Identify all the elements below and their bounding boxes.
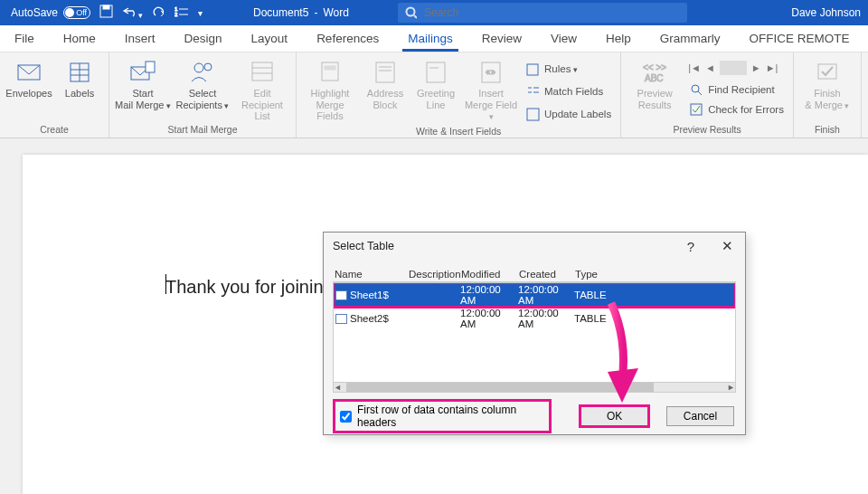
- search-input[interactable]: [424, 6, 680, 19]
- svg-rect-17: [252, 62, 272, 81]
- sheet-icon: [335, 290, 347, 300]
- next-record-icon[interactable]: ►: [751, 62, 761, 73]
- table-row[interactable]: Sheet2$12:00:00 AM12:00:00 AMTABLE: [334, 307, 735, 330]
- numbering-icon[interactable]: 12: [175, 5, 189, 21]
- find-icon: [690, 83, 703, 97]
- record-nav[interactable]: |◄◄►►|: [686, 56, 788, 80]
- tab-design[interactable]: Design: [179, 27, 228, 52]
- tab-view[interactable]: View: [545, 27, 582, 52]
- start-mail-merge-button[interactable]: StartMail Merge: [115, 56, 171, 110]
- qat-more-icon[interactable]: ▾: [198, 8, 203, 18]
- svg-rect-30: [527, 109, 539, 120]
- svg-text:<< >>: << >>: [643, 62, 666, 72]
- select-recipients-button[interactable]: SelectRecipients: [175, 56, 231, 110]
- finish-merge-button: Finish& Merge: [799, 56, 855, 110]
- label-icon: [65, 59, 94, 84]
- svg-point-33: [692, 85, 699, 92]
- column-header[interactable]: Name: [335, 269, 409, 280]
- group-label: Preview Results: [621, 122, 793, 138]
- address-block-button: AddressBlock: [362, 56, 409, 110]
- svg-line-34: [698, 91, 702, 95]
- greeting-icon: [421, 59, 450, 84]
- svg-point-16: [204, 63, 212, 71]
- scroll-thumb[interactable]: [346, 383, 654, 392]
- tab-references[interactable]: References: [311, 27, 384, 52]
- column-header[interactable]: Description: [409, 269, 461, 280]
- svg-text:«»: «»: [486, 67, 496, 77]
- redo-icon[interactable]: [152, 5, 165, 21]
- autosave-toggle[interactable]: AutoSave Off: [11, 6, 90, 19]
- ribbon-tabs: FileHomeInsertDesignLayoutReferencesMail…: [0, 25, 868, 52]
- undo-icon[interactable]: ▾: [122, 5, 143, 21]
- svg-point-6: [407, 8, 415, 16]
- text-cursor: [165, 274, 166, 294]
- check-for-errors-button[interactable]: Check for Errors: [686, 100, 788, 119]
- envelopes-button[interactable]: Envelopes: [5, 56, 52, 100]
- address-icon: [371, 59, 400, 84]
- svg-point-15: [194, 63, 203, 72]
- column-header[interactable]: Type: [575, 269, 620, 280]
- first-record-icon[interactable]: |◄: [688, 62, 701, 73]
- svg-rect-22: [376, 62, 394, 82]
- svg-line-7: [414, 15, 417, 18]
- update-labels-button[interactable]: Update Labels: [523, 104, 615, 124]
- labels-button[interactable]: Labels: [56, 56, 103, 100]
- last-record-icon[interactable]: ►|: [766, 62, 778, 73]
- user-name[interactable]: Dave Johnson: [791, 6, 861, 19]
- highlight-merge-fields-button: HighlightMerge Fields: [302, 56, 358, 122]
- ribbon: EnvelopesLabelsCreateStartMail MergeSele…: [0, 52, 868, 138]
- first-row-headers-checkbox[interactable]: First row of data contains column header…: [335, 401, 550, 432]
- tab-insert[interactable]: Insert: [119, 27, 161, 52]
- edit-recipient-list-button: EditRecipient List: [234, 56, 290, 122]
- highlight-icon: [316, 59, 344, 84]
- tab-layout[interactable]: Layout: [246, 27, 294, 52]
- insertfield-icon: «»: [476, 59, 505, 84]
- rules-button[interactable]: Rules: [523, 59, 615, 79]
- svg-rect-20: [322, 62, 338, 81]
- tab-file[interactable]: File: [9, 27, 40, 52]
- tab-review[interactable]: Review: [476, 27, 527, 52]
- tab-mailings[interactable]: Mailings: [402, 27, 458, 52]
- search-box[interactable]: [398, 3, 687, 23]
- ribbon-group-preview-results: << >>ABCPreviewResults|◄◄►►|Find Recipie…: [621, 52, 794, 138]
- check-icon: [690, 103, 703, 117]
- record-number-field[interactable]: [720, 61, 747, 75]
- svg-rect-25: [427, 62, 445, 82]
- tab-help[interactable]: Help: [600, 27, 637, 52]
- column-header[interactable]: Modified: [461, 269, 519, 280]
- svg-rect-35: [691, 104, 702, 115]
- match-fields-button[interactable]: Match Fields: [523, 81, 615, 101]
- envelope-icon: [14, 59, 43, 84]
- tab-grammarly[interactable]: Grammarly: [655, 27, 726, 52]
- update-icon: [526, 108, 540, 121]
- cancel-button[interactable]: Cancel: [666, 406, 734, 426]
- ribbon-group-create: EnvelopesLabelsCreate: [0, 52, 109, 138]
- svg-rect-21: [325, 66, 335, 70]
- table-list[interactable]: Sheet1$12:00:00 AM12:00:00 AMTABLESheet2…: [333, 282, 736, 384]
- insert-merge-field-button: «»InsertMerge Field: [463, 56, 519, 122]
- tab-office-remote[interactable]: OFFICE REMOTE: [744, 27, 855, 52]
- horizontal-scrollbar[interactable]: ◄ ►: [333, 382, 736, 393]
- scroll-right-icon[interactable]: ►: [727, 383, 735, 392]
- find-recipient-button[interactable]: Find Recipient: [686, 80, 788, 100]
- quick-access-toolbar: ▾ 12 ▾: [99, 5, 203, 21]
- search-icon: [405, 6, 417, 19]
- select-table-dialog: Select Table ? ✕ NameDescriptionModified…: [323, 232, 746, 435]
- ribbon-group-write-insert-fields: HighlightMerge FieldsAddressBlockGreetin…: [297, 52, 621, 138]
- dialog-title: Select Table: [333, 240, 394, 252]
- prev-record-icon[interactable]: ◄: [705, 62, 715, 73]
- rules-icon: [526, 62, 540, 76]
- svg-rect-1: [103, 5, 109, 9]
- scroll-left-icon[interactable]: ◄: [334, 383, 342, 392]
- group-label: Write & Insert Fields: [297, 124, 620, 139]
- ok-button[interactable]: OK: [580, 406, 648, 426]
- finish-icon: [813, 59, 842, 84]
- table-row[interactable]: Sheet1$12:00:00 AM12:00:00 AMTABLE: [334, 283, 735, 307]
- tab-home[interactable]: Home: [58, 27, 101, 52]
- group-label: Start Mail Merge: [109, 122, 296, 138]
- close-icon[interactable]: ✕: [709, 233, 745, 260]
- column-header[interactable]: Created: [519, 269, 575, 280]
- recipients-icon: [188, 59, 217, 84]
- dialog-help-icon[interactable]: ?: [673, 233, 709, 260]
- save-icon[interactable]: [99, 5, 113, 21]
